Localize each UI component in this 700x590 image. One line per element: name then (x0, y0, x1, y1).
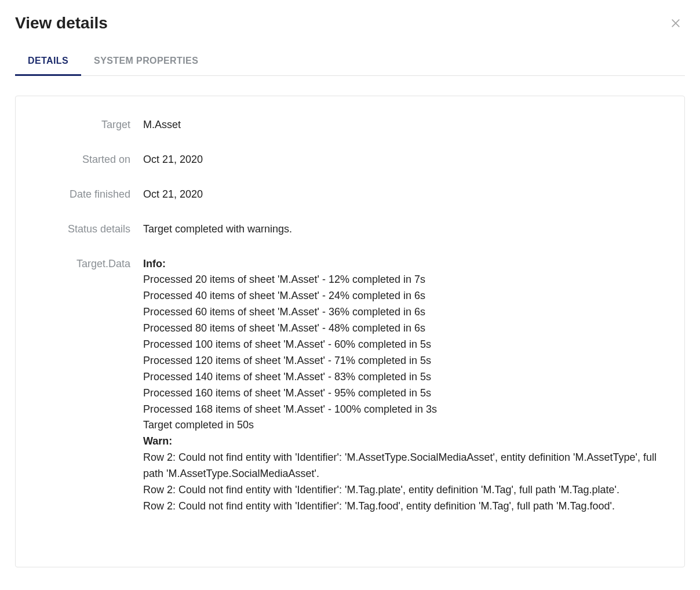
value-status-details: Target completed with warnings. (143, 221, 661, 238)
close-button[interactable] (668, 16, 684, 32)
label-target-data: Target.Data (39, 256, 143, 272)
target-data-info-line: Processed 100 items of sheet 'M.Asset' -… (143, 337, 661, 353)
target-data-info-line: Processed 20 items of sheet 'M.Asset' - … (143, 272, 661, 288)
label-started-on: Started on (39, 152, 143, 168)
target-data-info-line: Processed 120 items of sheet 'M.Asset' -… (143, 353, 661, 369)
target-data-info-heading: Info: (143, 256, 661, 272)
target-data-info-line: Processed 80 items of sheet 'M.Asset' - … (143, 321, 661, 337)
row-target: Target M.Asset (39, 117, 661, 133)
target-data-info-line: Target completed in 50s (143, 417, 661, 434)
target-data-info-line: Processed 168 items of sheet 'M.Asset' -… (143, 402, 661, 418)
value-started-on: Oct 21, 2020 (143, 152, 661, 168)
details-panel: Target M.Asset Started on Oct 21, 2020 D… (15, 96, 685, 567)
target-data-warn-heading: Warn: (143, 434, 661, 450)
row-date-finished: Date finished Oct 21, 2020 (39, 187, 661, 203)
target-data-warn-line: Row 2: Could not find entity with 'Ident… (143, 482, 661, 498)
label-status-details: Status details (39, 221, 143, 238)
close-icon (670, 17, 681, 31)
target-data-info-line: Processed 60 items of sheet 'M.Asset' - … (143, 304, 661, 321)
target-data-info-line: Processed 140 items of sheet 'M.Asset' -… (143, 369, 661, 385)
row-started-on: Started on Oct 21, 2020 (39, 152, 661, 168)
label-date-finished: Date finished (39, 187, 143, 203)
tab-system-properties[interactable]: SYSTEM PROPERTIES (81, 49, 211, 76)
row-status-details: Status details Target completed with war… (39, 221, 661, 238)
value-target: M.Asset (143, 117, 661, 133)
target-data-warn-line: Row 2: Could not find entity with 'Ident… (143, 450, 661, 482)
target-data-warn-line: Row 2: Could not find entity with 'Ident… (143, 498, 661, 515)
target-data-info-line: Processed 40 items of sheet 'M.Asset' - … (143, 288, 661, 304)
tabs: DETAILS SYSTEM PROPERTIES (15, 49, 685, 76)
view-details-modal: View details DETAILS SYSTEM PROPERTIES T… (0, 0, 700, 590)
value-date-finished: Oct 21, 2020 (143, 187, 661, 203)
label-target: Target (39, 117, 143, 133)
row-target-data: Target.Data Info: Processed 20 items of … (39, 256, 661, 515)
modal-title: View details (15, 14, 685, 32)
target-data-info-line: Processed 160 items of sheet 'M.Asset' -… (143, 385, 661, 402)
tab-details[interactable]: DETAILS (15, 49, 81, 76)
value-target-data: Info: Processed 20 items of sheet 'M.Ass… (143, 256, 661, 515)
